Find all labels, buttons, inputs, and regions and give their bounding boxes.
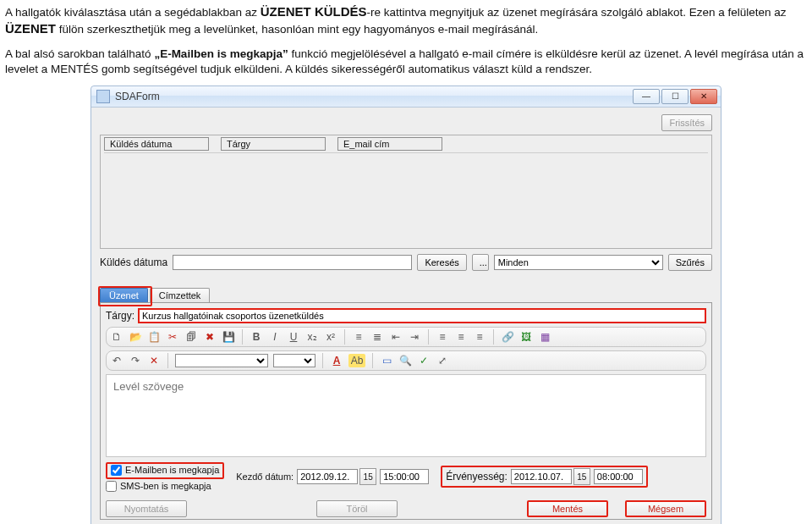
spellcheck-icon[interactable]: ✓ (417, 354, 431, 367)
dialog-window: SDAForm — ☐ ✕ Frissítés Küldés dátuma Tá… (91, 85, 721, 524)
messages-list[interactable] (104, 152, 708, 245)
redo-icon[interactable]: ↷ (129, 354, 142, 367)
start-time-input[interactable] (380, 469, 429, 484)
cancel-button[interactable]: Mégsem (625, 500, 706, 517)
search-input[interactable] (173, 255, 412, 270)
email-copy-label: E-Mailben is megkapja (125, 465, 219, 475)
subscript-icon[interactable]: x₂ (305, 330, 319, 344)
message-tabstrip: Üzenet Címzettek (100, 288, 712, 302)
sms-copy-label: SMS-ben is megkapja (120, 481, 211, 491)
outdent-icon[interactable]: ⇤ (389, 330, 403, 344)
start-date-input[interactable] (297, 469, 358, 484)
find-icon[interactable]: 🔍 (398, 354, 412, 367)
search-field-label: Küldés dátuma (100, 256, 167, 268)
search-button[interactable]: Keresés (417, 254, 466, 271)
start-date-label: Kezdő dátum: (236, 472, 294, 482)
doc-paragraph-1: A hallgatók kiválasztása után a segédabl… (5, 3, 807, 38)
email-copy-checkbox[interactable]: E-Mailben is megkapja (111, 465, 219, 476)
cut-icon[interactable]: ✂ (166, 330, 179, 344)
save-button[interactable]: Mentés (527, 500, 608, 517)
delete-icon[interactable]: ✖ (203, 330, 217, 344)
minimize-button[interactable]: — (633, 89, 660, 104)
validity-date-input[interactable] (511, 469, 572, 484)
superscript-icon[interactable]: x² (324, 330, 337, 344)
align-right-icon[interactable]: ≡ (473, 330, 486, 344)
app-icon (96, 90, 110, 103)
link-icon[interactable]: 🔗 (501, 330, 514, 344)
tab-recipients[interactable]: Címzettek (150, 288, 211, 302)
window-title: SDAForm (115, 91, 160, 102)
open-icon[interactable]: 📂 (129, 330, 142, 344)
search-more-button[interactable]: ... (472, 254, 489, 271)
sms-copy-checkbox[interactable]: SMS-ben is megkapja (106, 481, 224, 492)
paste-icon[interactable]: 📋 (147, 330, 161, 344)
save-icon[interactable]: 💾 (222, 330, 235, 344)
bold-icon[interactable]: B (250, 330, 263, 344)
zoom-icon[interactable]: ⤢ (436, 354, 449, 367)
indent-icon[interactable]: ⇥ (408, 330, 421, 344)
col-header-date[interactable]: Küldés dátuma (104, 137, 209, 151)
subject-label: Tárgy: (106, 310, 134, 322)
editor-toolbar-1: 🗋 📂 📋 ✂ 🗐 ✖ 💾 B I U x₂ x² (106, 327, 706, 347)
insert-object-icon[interactable]: ▭ (380, 354, 393, 367)
undo-icon[interactable]: ↶ (110, 354, 123, 367)
email-copy-checkbox-input[interactable] (111, 465, 122, 476)
validity-time-input[interactable] (594, 469, 643, 484)
col-header-subject[interactable]: Tárgy (221, 137, 326, 151)
sms-copy-checkbox-input[interactable] (106, 481, 117, 492)
refresh-button[interactable]: Frissítés (661, 114, 712, 131)
table-icon[interactable]: ▦ (538, 330, 551, 344)
font-family-select[interactable] (175, 354, 268, 367)
new-icon[interactable]: 🗋 (110, 330, 123, 344)
font-size-select[interactable] (273, 354, 315, 367)
copy-icon[interactable]: 🗐 (184, 330, 198, 344)
align-center-icon[interactable]: ≡ (454, 330, 468, 344)
image-icon[interactable]: 🖼 (519, 330, 533, 344)
ordered-list-icon[interactable]: ≡ (352, 330, 365, 344)
validity-label: Érvényesség: (446, 471, 508, 483)
messages-list-panel: Küldés dátuma Tárgy E_mail cím (100, 135, 712, 249)
filter-scope-select[interactable]: Minden (494, 255, 663, 270)
underline-icon[interactable]: U (287, 330, 300, 344)
delete-button[interactable]: Töröl (316, 500, 398, 517)
print-button[interactable]: Nyomtatás (106, 500, 187, 517)
filter-button[interactable]: Szűrés (668, 254, 712, 271)
subject-input[interactable] (138, 308, 706, 323)
doc-paragraph-2: A bal alsó sarokban található „E-Mailben… (5, 47, 807, 77)
titlebar[interactable]: SDAForm — ☐ ✕ (91, 86, 721, 108)
tab-message[interactable]: Üzenet (100, 288, 148, 302)
calendar-icon[interactable]: 15 (359, 468, 376, 485)
filter-bar: Küldés dátuma Keresés ... Minden Szűrés (100, 254, 712, 271)
italic-icon[interactable]: I (268, 330, 282, 344)
maximize-button[interactable]: ☐ (661, 89, 689, 104)
close-button[interactable]: ✕ (690, 89, 717, 104)
col-header-email[interactable]: E_mail cím (337, 137, 442, 151)
calendar-icon[interactable]: 15 (573, 468, 590, 485)
unordered-list-icon[interactable]: ≣ (370, 330, 384, 344)
clear-format-icon[interactable]: ✕ (147, 354, 161, 367)
font-color-icon[interactable]: A (330, 354, 343, 367)
validity-group: Érvényesség: 15 (441, 466, 648, 488)
highlight-icon[interactable]: Ab (348, 354, 365, 367)
message-body-editor[interactable]: Levél szövege (106, 374, 706, 457)
align-left-icon[interactable]: ≡ (436, 330, 449, 344)
editor-toolbar-2: ↶ ↷ ✕ A Ab ▭ 🔍 ✓ ⤢ (106, 350, 706, 371)
